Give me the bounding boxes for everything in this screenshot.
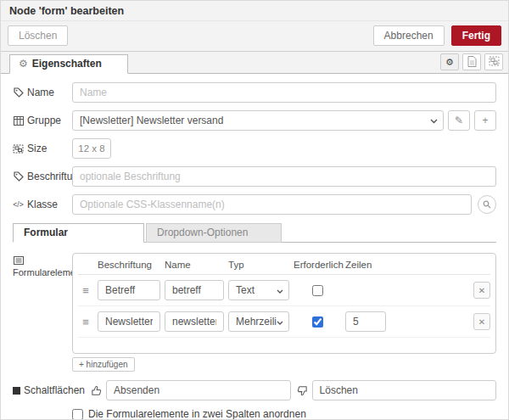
form-element-row: ≡ Text ✕	[78, 275, 490, 306]
form-elements-panel: Beschriftung Name Typ Erforderlich Zeile…	[72, 253, 496, 354]
element-name-input[interactable]	[165, 311, 224, 332]
tab-properties-icon-button[interactable]: ⚙	[440, 53, 459, 70]
element-type-select[interactable]: Text	[228, 280, 289, 300]
caption-label: Beschriftung	[13, 171, 72, 182]
group-select[interactable]: [Newsletter] Newsletter versand	[72, 110, 444, 131]
remove-row-button[interactable]: ✕	[473, 282, 490, 299]
thumbs-up-icon	[91, 385, 102, 396]
class-label: </> Klasse	[13, 199, 72, 210]
x-icon: ✕	[478, 317, 485, 327]
tab-description-button[interactable]	[462, 53, 481, 70]
element-type-select[interactable]: Mehrzeilig	[228, 311, 289, 332]
group-select-value: [Newsletter] Newsletter versand	[80, 115, 430, 126]
gear-icon: ⚙	[19, 58, 28, 70]
chevron-down-icon	[277, 316, 283, 328]
dialog-title: Node 'form' bearbeiten	[1, 1, 508, 21]
element-rows-input[interactable]	[345, 311, 386, 332]
buttons-field-row: Schaltflächen	[13, 380, 496, 400]
tab-properties-label: Eigenschaften	[32, 58, 102, 70]
subtab-form[interactable]: Formular	[13, 223, 144, 243]
form-element-row: ≡ Mehrzeilig ✕	[78, 306, 490, 338]
chevron-down-icon	[277, 284, 283, 296]
group-add-button[interactable]: +	[474, 110, 496, 131]
x-icon: ✕	[478, 286, 485, 295]
field-row-class: </> Klasse	[13, 194, 496, 215]
tab-appearance-button[interactable]	[484, 53, 503, 70]
thumbs-down-icon	[297, 385, 308, 396]
size-button[interactable]: 12 x 8	[72, 138, 111, 159]
appearance-icon	[489, 56, 500, 68]
element-label-input[interactable]	[98, 311, 160, 332]
document-icon	[467, 56, 477, 69]
dialog-button-bar: Löschen Abbrechen Fertig	[1, 21, 508, 52]
subtab-dropdown-options[interactable]: Dropdown-Optionen	[146, 223, 282, 243]
name-input[interactable]	[72, 82, 496, 103]
group-label: Gruppe	[13, 115, 72, 126]
col-name: Name	[165, 260, 224, 270]
size-label: Size	[13, 143, 72, 154]
tag-icon	[13, 87, 24, 98]
col-required: Erforderlich	[294, 260, 341, 270]
cancel-button-text-input[interactable]	[312, 380, 496, 400]
code-icon: </>	[13, 199, 24, 210]
name-label: Name	[13, 87, 72, 98]
drag-handle-icon[interactable]: ≡	[78, 316, 93, 328]
drag-handle-icon[interactable]: ≡	[78, 284, 93, 297]
field-row-name: Name	[13, 82, 496, 103]
class-picker-button[interactable]	[478, 195, 496, 214]
pencil-icon: ✎	[455, 115, 463, 126]
editor-tabbar: ⚙ Eigenschaften ⚙	[1, 52, 508, 74]
buttons-field-label: Schaltflächen	[13, 384, 85, 396]
cancel-button[interactable]: Abbrechen	[373, 25, 445, 46]
group-edit-button[interactable]: ✎	[448, 110, 470, 131]
element-name-input[interactable]	[165, 280, 224, 300]
tag-icon	[13, 171, 24, 182]
element-label-input[interactable]	[98, 280, 160, 300]
two-columns-option: Die Formularelemente in zwei Spalten ano…	[72, 408, 496, 420]
plus-icon: +	[482, 115, 488, 126]
properties-panel: Name Gruppe [Newsletter] Newsletter vers…	[1, 74, 508, 420]
object-group-icon	[13, 143, 24, 154]
form-elements-header: Beschriftung Name Typ Erforderlich Zeile…	[78, 257, 490, 275]
form-elements-label: Formularelemente	[13, 253, 72, 277]
field-row-size: Size 12 x 8	[13, 138, 496, 159]
chevron-down-icon	[430, 115, 438, 126]
submit-button-text-input[interactable]	[106, 380, 290, 400]
col-label: Beschriftung	[98, 260, 160, 270]
delete-node-button[interactable]: Löschen	[8, 25, 68, 46]
table-icon	[13, 115, 24, 126]
col-type: Typ	[228, 260, 289, 270]
edit-node-dialog: Node 'form' bearbeiten Löschen Abbrechen…	[0, 0, 509, 420]
add-element-button[interactable]: + hinzufügen	[72, 357, 135, 372]
form-elements-section: Formularelemente Beschriftung Name Typ E…	[13, 253, 496, 354]
done-button[interactable]: Fertig	[451, 25, 501, 46]
col-rows: Zeilen	[345, 260, 386, 270]
caption-input[interactable]	[72, 166, 496, 187]
tab-properties[interactable]: ⚙ Eigenschaften	[9, 54, 128, 74]
list-alt-icon	[13, 255, 24, 266]
field-row-caption: Beschriftung	[13, 166, 496, 187]
element-required-checkbox[interactable]	[312, 316, 323, 328]
remove-row-button[interactable]: ✕	[473, 313, 490, 330]
element-required-checkbox[interactable]	[312, 285, 323, 296]
class-input[interactable]	[72, 194, 472, 215]
two-columns-checkbox[interactable]	[72, 409, 83, 420]
gear-icon: ⚙	[445, 57, 454, 68]
search-icon	[483, 199, 491, 211]
field-row-group: Gruppe [Newsletter] Newsletter versand ✎…	[13, 110, 496, 131]
config-subtabs: Formular Dropdown-Optionen	[13, 222, 496, 243]
square-icon	[13, 387, 20, 395]
